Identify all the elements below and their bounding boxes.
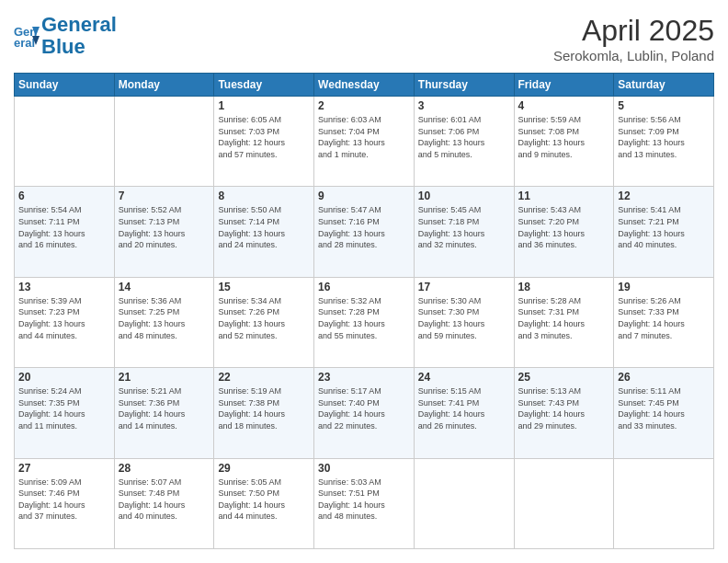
calendar-cell: 24Sunrise: 5:15 AM Sunset: 7:41 PM Dayli…	[414, 368, 514, 458]
cell-info: Sunrise: 5:34 AM Sunset: 7:26 PM Dayligh…	[218, 295, 310, 341]
cell-day-number: 17	[418, 281, 510, 293]
calendar-cell	[414, 458, 514, 548]
weekday-header-thursday: Thursday	[414, 74, 514, 97]
cell-info: Sunrise: 6:05 AM Sunset: 7:03 PM Dayligh…	[218, 114, 310, 160]
calendar-cell: 14Sunrise: 5:36 AM Sunset: 7:25 PM Dayli…	[114, 277, 214, 367]
cell-info: Sunrise: 5:11 AM Sunset: 7:45 PM Dayligh…	[618, 385, 710, 431]
cell-info: Sunrise: 5:52 AM Sunset: 7:13 PM Dayligh…	[119, 204, 210, 250]
calendar-subtitle: Serokomla, Lublin, Poland	[553, 48, 714, 63]
cell-info: Sunrise: 5:07 AM Sunset: 7:48 PM Dayligh…	[119, 477, 210, 523]
calendar-cell: 15Sunrise: 5:34 AM Sunset: 7:26 PM Dayli…	[214, 277, 314, 367]
cell-info: Sunrise: 5:59 AM Sunset: 7:08 PM Dayligh…	[518, 114, 610, 160]
calendar-cell: 16Sunrise: 5:32 AM Sunset: 7:28 PM Dayli…	[314, 277, 415, 367]
cell-day-number: 19	[618, 281, 710, 293]
calendar-cell: 8Sunrise: 5:50 AM Sunset: 7:14 PM Daylig…	[214, 187, 314, 277]
calendar-week-1: 1Sunrise: 6:05 AM Sunset: 7:03 PM Daylig…	[15, 97, 714, 187]
calendar-cell	[514, 458, 614, 548]
cell-day-number: 28	[119, 462, 210, 475]
cell-day-number: 2	[318, 99, 410, 112]
weekday-row: SundayMondayTuesdayWednesdayThursdayFrid…	[15, 74, 714, 97]
calendar-cell: 19Sunrise: 5:26 AM Sunset: 7:33 PM Dayli…	[614, 277, 714, 367]
header: Gen eral General Blue April 2025 Serokom…	[14, 14, 714, 63]
cell-day-number: 16	[318, 281, 410, 293]
cell-day-number: 21	[119, 371, 210, 384]
calendar-cell: 26Sunrise: 5:11 AM Sunset: 7:45 PM Dayli…	[614, 368, 714, 458]
cell-day-number: 7	[119, 190, 210, 202]
page: Gen eral General Blue April 2025 Serokom…	[0, 0, 728, 563]
cell-info: Sunrise: 5:19 AM Sunset: 7:38 PM Dayligh…	[218, 385, 310, 431]
cell-day-number: 9	[318, 190, 410, 202]
cell-info: Sunrise: 5:26 AM Sunset: 7:33 PM Dayligh…	[618, 295, 710, 341]
cell-info: Sunrise: 5:56 AM Sunset: 7:09 PM Dayligh…	[618, 114, 710, 160]
calendar-cell: 18Sunrise: 5:28 AM Sunset: 7:31 PM Dayli…	[514, 277, 614, 367]
cell-day-number: 13	[18, 281, 110, 293]
calendar-body: 1Sunrise: 6:05 AM Sunset: 7:03 PM Daylig…	[15, 97, 714, 549]
calendar-cell: 3Sunrise: 6:01 AM Sunset: 7:06 PM Daylig…	[414, 97, 514, 187]
calendar-cell: 13Sunrise: 5:39 AM Sunset: 7:23 PM Dayli…	[15, 277, 115, 367]
cell-info: Sunrise: 6:03 AM Sunset: 7:04 PM Dayligh…	[318, 114, 410, 160]
calendar-cell	[614, 458, 714, 548]
calendar-cell: 17Sunrise: 5:30 AM Sunset: 7:30 PM Dayli…	[414, 277, 514, 367]
cell-day-number: 29	[218, 462, 310, 475]
cell-info: Sunrise: 5:17 AM Sunset: 7:40 PM Dayligh…	[318, 385, 410, 431]
cell-day-number: 18	[518, 281, 610, 293]
cell-info: Sunrise: 5:24 AM Sunset: 7:35 PM Dayligh…	[18, 385, 110, 431]
cell-info: Sunrise: 5:21 AM Sunset: 7:36 PM Dayligh…	[119, 385, 210, 431]
weekday-header-saturday: Saturday	[614, 74, 714, 97]
cell-info: Sunrise: 5:32 AM Sunset: 7:28 PM Dayligh…	[318, 295, 410, 341]
cell-day-number: 14	[119, 281, 210, 293]
cell-info: Sunrise: 5:39 AM Sunset: 7:23 PM Dayligh…	[18, 295, 110, 341]
calendar-cell: 25Sunrise: 5:13 AM Sunset: 7:43 PM Dayli…	[514, 368, 614, 458]
calendar-cell: 23Sunrise: 5:17 AM Sunset: 7:40 PM Dayli…	[314, 368, 415, 458]
cell-day-number: 5	[618, 99, 710, 112]
cell-day-number: 1	[218, 99, 310, 112]
weekday-header-sunday: Sunday	[15, 74, 115, 97]
calendar-cell: 2Sunrise: 6:03 AM Sunset: 7:04 PM Daylig…	[314, 97, 415, 187]
calendar-title: April 2025	[553, 14, 714, 48]
cell-info: Sunrise: 6:01 AM Sunset: 7:06 PM Dayligh…	[418, 114, 510, 160]
cell-info: Sunrise: 5:09 AM Sunset: 7:46 PM Dayligh…	[18, 477, 110, 523]
cell-info: Sunrise: 5:30 AM Sunset: 7:30 PM Dayligh…	[418, 295, 510, 341]
cell-day-number: 30	[318, 462, 410, 475]
cell-day-number: 27	[18, 462, 110, 475]
cell-day-number: 4	[518, 99, 610, 112]
cell-info: Sunrise: 5:36 AM Sunset: 7:25 PM Dayligh…	[119, 295, 210, 341]
cell-info: Sunrise: 5:45 AM Sunset: 7:18 PM Dayligh…	[418, 204, 510, 250]
calendar-week-5: 27Sunrise: 5:09 AM Sunset: 7:46 PM Dayli…	[15, 458, 714, 548]
cell-day-number: 22	[218, 371, 310, 384]
cell-info: Sunrise: 5:05 AM Sunset: 7:50 PM Dayligh…	[218, 477, 310, 523]
calendar-header: SundayMondayTuesdayWednesdayThursdayFrid…	[15, 74, 714, 97]
cell-day-number: 11	[518, 190, 610, 202]
calendar-cell: 28Sunrise: 5:07 AM Sunset: 7:48 PM Dayli…	[114, 458, 214, 548]
cell-info: Sunrise: 5:54 AM Sunset: 7:11 PM Dayligh…	[18, 204, 110, 250]
cell-info: Sunrise: 5:13 AM Sunset: 7:43 PM Dayligh…	[518, 385, 610, 431]
calendar-cell	[114, 97, 214, 187]
calendar-cell: 7Sunrise: 5:52 AM Sunset: 7:13 PM Daylig…	[114, 187, 214, 277]
calendar-cell: 12Sunrise: 5:41 AM Sunset: 7:21 PM Dayli…	[614, 187, 714, 277]
calendar-cell: 9Sunrise: 5:47 AM Sunset: 7:16 PM Daylig…	[314, 187, 415, 277]
calendar-cell: 20Sunrise: 5:24 AM Sunset: 7:35 PM Dayli…	[15, 368, 115, 458]
calendar-cell: 6Sunrise: 5:54 AM Sunset: 7:11 PM Daylig…	[15, 187, 115, 277]
cell-day-number: 12	[618, 190, 710, 202]
cell-day-number: 26	[618, 371, 710, 384]
calendar-week-2: 6Sunrise: 5:54 AM Sunset: 7:11 PM Daylig…	[15, 187, 714, 277]
cell-day-number: 15	[218, 281, 310, 293]
logo: Gen eral General Blue	[14, 14, 117, 58]
cell-day-number: 24	[418, 371, 510, 384]
calendar-cell: 10Sunrise: 5:45 AM Sunset: 7:18 PM Dayli…	[414, 187, 514, 277]
calendar-table: SundayMondayTuesdayWednesdayThursdayFrid…	[14, 73, 714, 549]
logo-text: General Blue	[41, 14, 117, 58]
calendar-week-3: 13Sunrise: 5:39 AM Sunset: 7:23 PM Dayli…	[15, 277, 714, 367]
svg-text:eral: eral	[14, 36, 35, 49]
cell-day-number: 3	[418, 99, 510, 112]
calendar-cell: 11Sunrise: 5:43 AM Sunset: 7:20 PM Dayli…	[514, 187, 614, 277]
weekday-header-monday: Monday	[114, 74, 214, 97]
cell-info: Sunrise: 5:43 AM Sunset: 7:20 PM Dayligh…	[518, 204, 610, 250]
calendar-cell	[15, 97, 115, 187]
cell-info: Sunrise: 5:41 AM Sunset: 7:21 PM Dayligh…	[618, 204, 710, 250]
calendar-cell: 21Sunrise: 5:21 AM Sunset: 7:36 PM Dayli…	[114, 368, 214, 458]
weekday-header-friday: Friday	[514, 74, 614, 97]
weekday-header-tuesday: Tuesday	[214, 74, 314, 97]
calendar-cell: 4Sunrise: 5:59 AM Sunset: 7:08 PM Daylig…	[514, 97, 614, 187]
calendar-cell: 1Sunrise: 6:05 AM Sunset: 7:03 PM Daylig…	[214, 97, 314, 187]
